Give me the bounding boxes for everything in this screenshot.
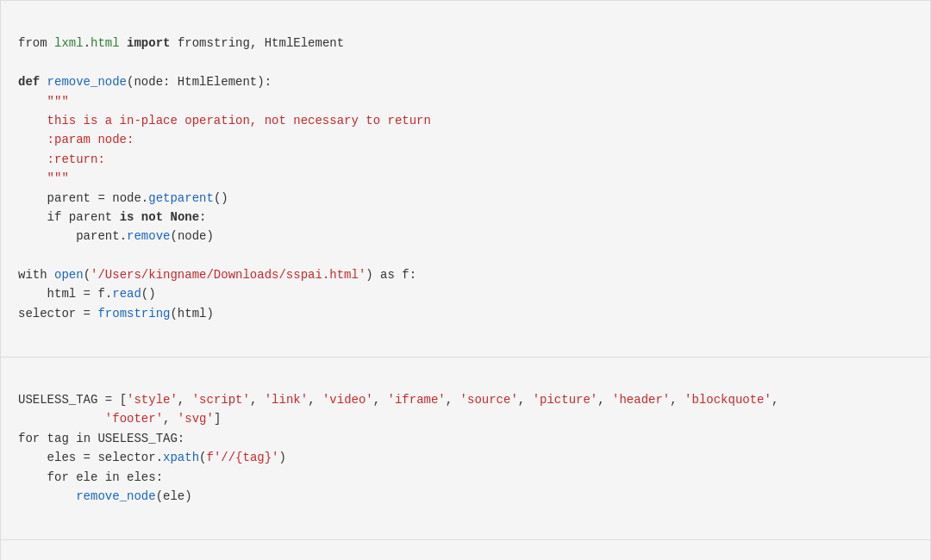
code-block-1: from lxml.html import fromstring, HtmlEl… [0,0,931,358]
line-10: if parent is not None: [18,210,207,224]
line-14: html = f.read() [18,287,156,301]
code-editor: from lxml.html import fromstring, HtmlEl… [0,0,931,560]
line-7: :return: [18,152,105,166]
code-block-2: USELESS_TAG = ['style', 'script', 'link'… [0,358,931,540]
line-1: from lxml.html import fromstring, HtmlEl… [18,36,344,50]
line-13: with open('/Users/kingname/Downloads/ssp… [18,268,416,282]
line-9: parent = node.getparent() [18,191,228,205]
block2-line5: for ele in eles: [18,470,163,484]
block2-line1: USELESS_TAG = ['style', 'script', 'link'… [18,393,778,407]
block2-line6: remove_node(ele) [18,489,192,503]
line-4: """ [18,95,69,109]
block2-line2: 'footer', 'svg'] [18,412,221,426]
block2-line4: eles = selector.xpath(f'//{tag}') [18,451,286,464]
line-5: this is a in-place operation, not necess… [18,114,431,128]
block2-line3: for tag in USELESS_TAG: [18,432,184,445]
code-block-3: from lxml.html import etree html_clean =… [0,540,931,560]
line-3: def remove_node(node: HtmlElement): [18,75,272,89]
line-8: """ [18,171,69,185]
line-11: parent.remove(node) [18,229,214,243]
line-15: selector = fromstring(html) [18,307,214,320]
line-6: :param node: [18,133,134,146]
